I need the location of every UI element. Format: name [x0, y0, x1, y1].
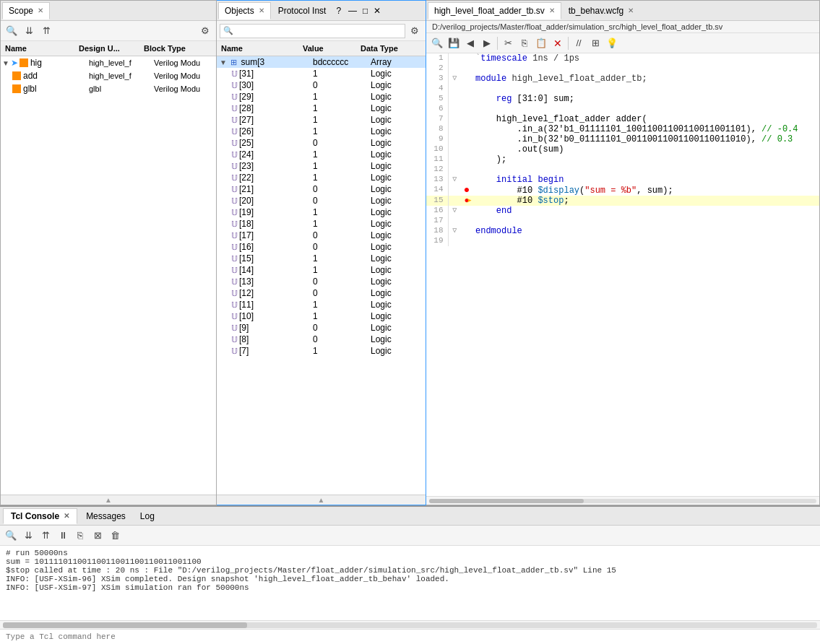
obj-row-14[interactable]: 𝕌[14]1Logic [217, 264, 426, 276]
obj-expand-sum[interactable]: ▼ [220, 58, 227, 66]
editor-hscroll[interactable] [426, 496, 819, 505]
obj-row-31[interactable]: 𝕌[31]1Logic [217, 68, 426, 79]
obj-row-18[interactable]: 𝕌[18]1Logic [217, 218, 426, 230]
objects-maximize[interactable]: □ [360, 4, 371, 17]
console-clear-btn[interactable]: ⊠ [90, 528, 105, 544]
code-line-6[interactable]: 6 [426, 104, 819, 114]
editor-copy-btn[interactable]: ⎘ [517, 35, 532, 51]
console-hscroll[interactable] [0, 620, 820, 629]
scope-tab-close[interactable]: ✕ [38, 6, 43, 14]
code-line-10[interactable]: 10 .out(sum) [426, 144, 819, 155]
obj-row-19[interactable]: 𝕌[19]1Logic [217, 206, 426, 218]
scope-row-hig[interactable]: ▼ ➤ hig high_level_f Verilog Modu [1, 56, 216, 69]
console-hscroll-track[interactable] [3, 622, 817, 628]
obj-row-21[interactable]: 𝕌[21]0Logic [217, 183, 426, 195]
scope-row-add[interactable]: add high_level_f Verilog Modu [1, 69, 216, 82]
console-tab-messages[interactable]: Messages [79, 508, 133, 524]
editor-paste-btn[interactable]: 📋 [533, 35, 549, 51]
objects-close[interactable]: ✕ [371, 4, 384, 17]
code-line-13[interactable]: 13 ▽ initial begin [426, 175, 819, 185]
editor-tab-wcfg-close[interactable]: ✕ [628, 6, 634, 14]
obj-row-27[interactable]: 𝕌[27]1Logic [217, 114, 426, 126]
console-pause-btn[interactable]: ⏸ [55, 528, 71, 544]
editor-tab-wcfg[interactable]: tb_behav.wcfg ✕ [563, 2, 640, 19]
console-tab-tcl-close[interactable]: ✕ [64, 512, 69, 520]
console-delete-btn[interactable]: 🗑 [107, 528, 123, 544]
obj-row-29[interactable]: 𝕌[29]1Logic [217, 91, 426, 103]
obj-row-15[interactable]: 𝕌[15]1Logic [217, 253, 426, 264]
code-line-1[interactable]: 1 `timescale 1ns / 1ps [426, 53, 819, 64]
editor-tab-sv-close[interactable]: ✕ [549, 6, 555, 14]
scope-settings-btn[interactable]: ⚙ [197, 23, 213, 39]
code-line-2[interactable]: 2 [426, 64, 819, 74]
editor-save-btn[interactable]: 💾 [446, 35, 462, 51]
code-line-18[interactable]: 18 ▽ endmodule [426, 226, 819, 236]
obj-row-16[interactable]: 𝕌[16]0Logic [217, 241, 426, 253]
code-line-7[interactable]: 7 high_level_float_adder adder( [426, 114, 819, 124]
code-line-9[interactable]: 9 .in_b(32'b0_01111101_00110011001100110… [426, 134, 819, 144]
console-collapse-btn[interactable]: ⇊ [20, 528, 36, 544]
objects-search-box[interactable]: 🔍 [220, 24, 405, 38]
console-expand-btn[interactable]: ⇈ [38, 528, 53, 544]
obj-row-10[interactable]: 𝕌[10]1Logic [217, 310, 426, 322]
scope-expand-btn[interactable]: ⇈ [38, 23, 54, 39]
objects-settings-btn[interactable]: ⚙ [407, 23, 423, 39]
obj-row-7[interactable]: 𝕌[7]1Logic [217, 345, 426, 357]
obj-row-24[interactable]: 𝕌[24]1Logic [217, 149, 426, 160]
editor-comment-btn[interactable]: // [571, 35, 587, 51]
objects-minimize[interactable]: — [345, 4, 360, 17]
console-tab-log[interactable]: Log [133, 508, 162, 524]
protocol-inst-tab[interactable]: Protocol Inst [272, 2, 332, 19]
editor-table-btn[interactable]: ⊞ [587, 35, 603, 51]
obj-row-22[interactable]: 𝕌[22]1Logic [217, 172, 426, 183]
help-btn[interactable]: ? [332, 4, 345, 17]
objects-search-input[interactable] [235, 27, 402, 35]
code-line-16[interactable]: 16 ▽ end [426, 206, 819, 216]
objects-tab-close[interactable]: ✕ [259, 6, 264, 14]
obj-row-17[interactable]: 𝕌[17]0Logic [217, 230, 426, 241]
obj-row-26[interactable]: 𝕌[26]1Logic [217, 126, 426, 137]
gutter-fold-16[interactable]: ▽ [448, 206, 461, 216]
scope-expand-hig[interactable]: ▼ [2, 59, 9, 67]
obj-row-13[interactable]: 𝕌[13]0Logic [217, 276, 426, 287]
gutter-bp-15[interactable]: ● ➤ [461, 196, 472, 206]
editor-tab-sv[interactable]: high_level_float_adder_tb.sv ✕ [428, 2, 561, 19]
scope-tab[interactable]: Scope ✕ [2, 2, 50, 19]
gutter-fold-13[interactable]: ▽ [448, 175, 461, 185]
console-copy-btn[interactable]: ⎘ [72, 528, 88, 544]
breakpoint-14[interactable]: ● [464, 184, 470, 196]
code-line-4[interactable]: 4 [426, 84, 819, 94]
code-line-15[interactable]: 15 ● ➤ #10 $stop; [426, 196, 819, 206]
code-line-3[interactable]: 3 ▽ module high_level_float_adder_tb; [426, 74, 819, 84]
obj-row-20[interactable]: 𝕌[20]0Logic [217, 195, 426, 206]
code-line-17[interactable]: 17 [426, 216, 819, 226]
console-input[interactable] [6, 632, 814, 641]
code-line-12[interactable]: 12 [426, 165, 819, 175]
gutter-fold-18[interactable]: ▽ [448, 226, 461, 236]
obj-row-9[interactable]: 𝕌[9]0Logic [217, 322, 426, 334]
obj-row-8[interactable]: 𝕌[8]0Logic [217, 334, 426, 345]
editor-hscroll-track[interactable] [429, 499, 816, 503]
code-line-14[interactable]: 14 ● #10 $display("sum = %b", sum); [426, 185, 819, 196]
scope-resize-handle[interactable]: ▲ [1, 495, 216, 505]
editor-settings-btn[interactable]: 💡 [604, 35, 620, 51]
console-hscroll-thumb[interactable] [3, 622, 247, 628]
scope-search-btn[interactable]: 🔍 [4, 23, 20, 39]
scope-collapse-btn[interactable]: ⇊ [21, 23, 37, 39]
editor-back-btn[interactable]: ◀ [462, 35, 478, 51]
obj-row-11[interactable]: 𝕌[11]1Logic [217, 299, 426, 310]
obj-row-23[interactable]: 𝕌[23]1Logic [217, 160, 426, 172]
code-line-11[interactable]: 11 ); [426, 155, 819, 165]
editor-delete-btn[interactable]: ✕ [550, 35, 566, 51]
scope-row-glbl[interactable]: glbl glbl Verilog Modu [1, 82, 216, 95]
editor-search-btn[interactable]: 🔍 [429, 35, 445, 51]
gutter-fold-3[interactable]: ▽ [448, 74, 461, 84]
obj-row-sum-array[interactable]: ▼ ⊞ sum[3 bdcccccc Array [217, 56, 426, 68]
editor-hscroll-thumb[interactable] [429, 499, 584, 503]
code-line-19[interactable]: 19 [426, 236, 819, 246]
gutter-bp-14[interactable]: ● [461, 185, 472, 196]
console-search-btn[interactable]: 🔍 [3, 528, 19, 544]
editor-forward-btn[interactable]: ▶ [479, 35, 495, 51]
editor-code-area[interactable]: 1 `timescale 1ns / 1ps 2 [426, 53, 819, 496]
obj-row-30[interactable]: 𝕌[30]0Logic [217, 79, 426, 91]
